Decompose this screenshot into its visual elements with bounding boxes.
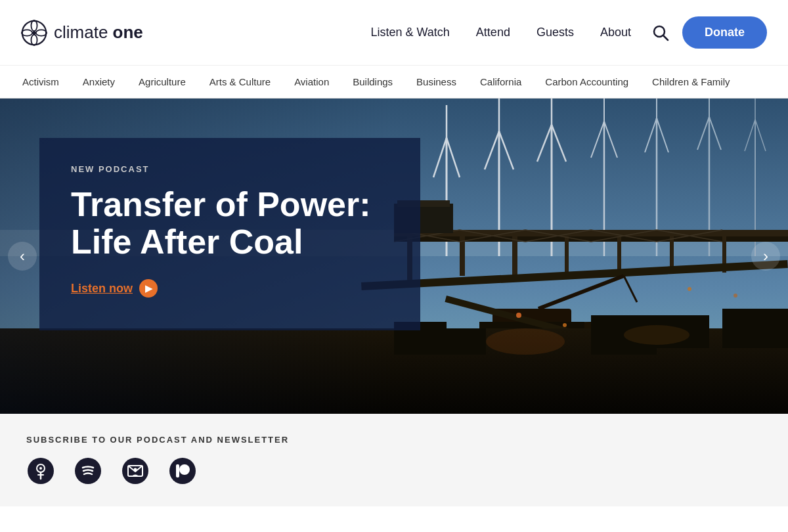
subscribe-section: SUBSCRIBE TO OUR PODCAST AND NEWSLETTER: [0, 414, 788, 506]
category-carbon-accounting[interactable]: Carbon Accounting: [533, 66, 640, 99]
hero-overlay: NEW PODCAST Transfer of Power: Life Afte…: [39, 138, 420, 330]
svg-point-87: [134, 468, 137, 472]
logo-icon: [21, 20, 47, 46]
nav-listen-watch[interactable]: Listen & Watch: [370, 26, 449, 39]
svg-point-89: [179, 464, 190, 475]
hero-title: Transfer of Power: Life After Coal: [71, 186, 389, 261]
nav-attend[interactable]: Attend: [476, 26, 510, 39]
category-children-family[interactable]: Children & Family: [640, 66, 741, 99]
listen-arrow-icon: ▶: [139, 279, 158, 298]
category-agriculture[interactable]: Agriculture: [127, 66, 198, 99]
nav-guests[interactable]: Guests: [536, 26, 574, 39]
search-icon: [652, 24, 669, 41]
svg-point-5: [32, 31, 35, 34]
svg-point-84: [75, 458, 101, 484]
donate-button[interactable]: Donate: [682, 16, 767, 49]
carousel-prev-button[interactable]: ‹: [8, 242, 37, 271]
category-business[interactable]: Business: [405, 66, 468, 99]
spotify-icon: [74, 456, 102, 485]
carousel-next-button[interactable]: ›: [751, 242, 780, 271]
subscribe-label: SUBSCRIBE TO OUR PODCAST AND NEWSLETTER: [26, 435, 762, 445]
email-icon: [121, 456, 150, 485]
email-button[interactable]: [121, 456, 150, 485]
logo[interactable]: climate one: [21, 20, 143, 46]
logo-text-bold: one: [108, 22, 142, 42]
search-button[interactable]: [652, 24, 669, 41]
category-buildings[interactable]: Buildings: [341, 66, 405, 99]
patreon-icon: [168, 456, 197, 485]
category-nav: Activism Anxiety Agriculture Arts & Cult…: [0, 66, 788, 99]
site-header: climate one Listen & Watch Attend Guests…: [0, 0, 788, 66]
subscribe-icons: [26, 456, 762, 485]
svg-line-7: [663, 35, 668, 40]
hero-listen-label: Listen now: [71, 282, 133, 296]
svg-rect-90: [176, 464, 179, 477]
category-activism[interactable]: Activism: [11, 66, 71, 99]
apple-podcasts-button[interactable]: [26, 456, 55, 485]
svg-point-1: [31, 20, 37, 30]
svg-point-2: [31, 34, 37, 45]
category-anxiety[interactable]: Anxiety: [71, 66, 127, 99]
apple-podcasts-icon: [26, 456, 55, 485]
hero-tag: NEW PODCAST: [71, 164, 389, 174]
category-california[interactable]: California: [468, 66, 533, 99]
hero-listen-link[interactable]: Listen now ▶: [71, 279, 158, 298]
category-aviation[interactable]: Aviation: [282, 66, 341, 99]
spotify-button[interactable]: [74, 456, 102, 485]
main-nav: Listen & Watch Attend Guests About: [370, 26, 631, 39]
category-arts-culture[interactable]: Arts & Culture: [198, 66, 282, 99]
nav-about[interactable]: About: [600, 26, 631, 39]
logo-text-light: climate: [54, 22, 108, 42]
svg-point-3: [22, 30, 32, 35]
svg-point-81: [39, 467, 42, 470]
svg-point-79: [28, 458, 54, 484]
patreon-button[interactable]: [168, 456, 197, 485]
svg-point-4: [36, 30, 47, 35]
hero-section: NEW PODCAST Transfer of Power: Life Afte…: [0, 99, 788, 414]
